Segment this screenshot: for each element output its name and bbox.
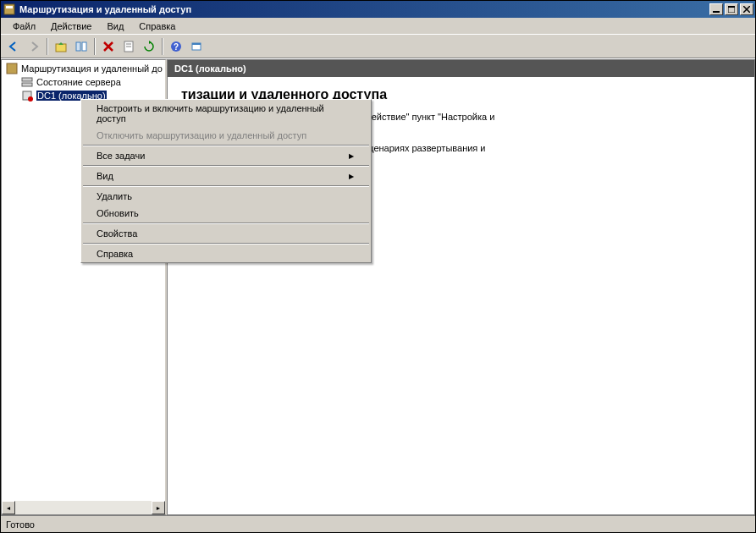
- refresh-button[interactable]: [140, 37, 158, 56]
- tree-root-label: Маршрутизация и удаленный до: [21, 63, 163, 74]
- server-status-icon: [20, 75, 34, 89]
- back-button[interactable]: [4, 37, 23, 56]
- svg-rect-17: [22, 83, 32, 86]
- toolbar-separator: [47, 38, 48, 55]
- svg-rect-5: [56, 44, 66, 52]
- delete-button[interactable]: [99, 37, 118, 56]
- toolbar-separator: [94, 38, 96, 55]
- menu-file[interactable]: Файл: [6, 19, 42, 33]
- cm-disable: Отключить маршрутизацию и удаленный дост…: [81, 127, 371, 144]
- up-button[interactable]: [52, 37, 70, 56]
- cm-separator: [83, 145, 369, 146]
- svg-rect-6: [76, 42, 80, 51]
- statusbar: Готово: [1, 515, 755, 532]
- svg-rect-2: [713, 11, 720, 13]
- svg-rect-15: [7, 63, 17, 74]
- forward-button[interactable]: [25, 37, 43, 56]
- cm-all-tasks[interactable]: Все задачи▶: [81, 147, 371, 164]
- show-hide-button[interactable]: [72, 37, 91, 56]
- toolbar-separator: [162, 38, 163, 55]
- cm-help[interactable]: Справка: [81, 245, 371, 262]
- scroll-right-button[interactable]: ►: [152, 501, 165, 514]
- menu-view[interactable]: Вид: [100, 19, 130, 33]
- help-button[interactable]: ?: [167, 37, 185, 56]
- minimize-button[interactable]: [709, 3, 723, 15]
- status-text: Готово: [6, 519, 35, 530]
- maximize-button[interactable]: [725, 3, 738, 15]
- tree-status-label: Состояние сервера: [36, 77, 121, 87]
- scroll-track[interactable]: [15, 501, 152, 514]
- menu-action[interactable]: Действие: [44, 19, 98, 33]
- svg-rect-0: [4, 4, 14, 14]
- close-button[interactable]: [740, 3, 753, 15]
- svg-rect-1: [6, 6, 13, 8]
- options-button[interactable]: [187, 37, 206, 56]
- server-icon: [20, 89, 34, 102]
- tree-status[interactable]: Состояние сервера: [3, 75, 163, 89]
- window-buttons: [709, 3, 753, 15]
- cm-properties[interactable]: Свойства: [81, 225, 371, 242]
- titlebar: Маршрутизация и удаленный доступ: [1, 1, 755, 18]
- horizontal-scrollbar[interactable]: ◄ ►: [2, 501, 165, 514]
- cm-separator: [83, 223, 369, 224]
- svg-text:?: ?: [174, 42, 179, 52]
- cm-separator: [83, 243, 369, 245]
- window-title: Маршрутизация и удаленный доступ: [19, 4, 709, 14]
- toolbar: ?: [1, 35, 755, 58]
- app-window: Маршрутизация и удаленный доступ Файл Де…: [0, 0, 756, 533]
- submenu-arrow-icon: ▶: [349, 173, 354, 180]
- svg-rect-4: [728, 6, 735, 8]
- cm-separator: [83, 165, 369, 167]
- main-header: DC1 (локально): [168, 60, 754, 77]
- cm-configure[interactable]: Настроить и включить маршрутизацию и уда…: [81, 100, 371, 127]
- svg-rect-7: [82, 42, 86, 51]
- scroll-left-button[interactable]: ◄: [2, 501, 15, 514]
- properties-button[interactable]: [119, 37, 138, 56]
- menu-help[interactable]: Справка: [132, 19, 182, 33]
- tree-root[interactable]: Маршрутизация и удаленный до: [3, 62, 163, 75]
- svg-rect-16: [22, 78, 32, 81]
- svg-point-19: [28, 96, 33, 102]
- context-menu: Настроить и включить маршрутизацию и уда…: [80, 99, 372, 263]
- cm-view[interactable]: Вид▶: [81, 168, 371, 184]
- svg-rect-14: [192, 43, 201, 45]
- app-icon: [3, 3, 16, 16]
- routing-icon: [5, 62, 19, 75]
- menubar: Файл Действие Вид Справка: [1, 18, 755, 35]
- cm-delete[interactable]: Удалить: [81, 188, 371, 205]
- submenu-arrow-icon: ▶: [349, 152, 354, 160]
- cm-refresh[interactable]: Обновить: [81, 205, 371, 222]
- cm-separator: [83, 185, 369, 187]
